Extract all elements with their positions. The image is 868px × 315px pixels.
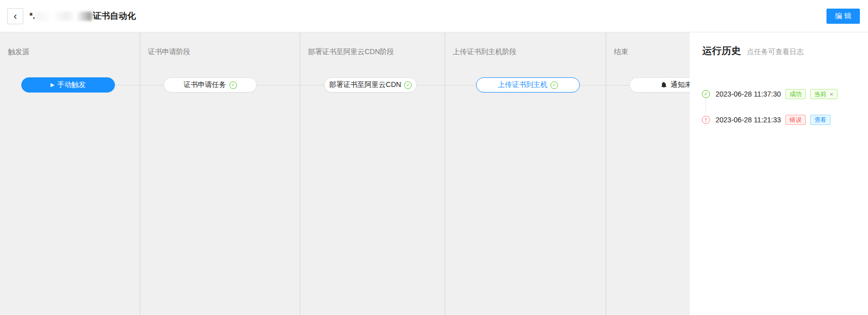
node-cert-apply-task[interactable]: 证书申请任务 ✓ <box>164 77 257 93</box>
run-entry-error[interactable]: ! 2023-06-28 11:21:33 错误 查看 <box>702 113 866 127</box>
node-label: 上传证书到主机 <box>498 80 547 89</box>
bell-icon <box>660 81 667 88</box>
node-manual-trigger[interactable]: ▶ 手动触发 <box>21 77 115 93</box>
column-header-deploy-cdn: 部署证书至阿里云CDN阶段 <box>308 48 394 57</box>
node-notify[interactable]: 通知未 <box>629 77 690 93</box>
run-entry-success[interactable]: ✓ 2023-06-28 11:37:30 成功 当前 × <box>702 87 866 101</box>
page-title: *. 证书自动化 <box>29 0 136 32</box>
check-circle-icon: ✓ <box>404 81 412 89</box>
error-exclamation-icon: ! <box>702 116 710 124</box>
node-deploy-cdn[interactable]: 部署证书至阿里云CDN ✓ <box>324 77 417 93</box>
run-history-subtitle: 点任务可查看日志 <box>747 48 804 57</box>
run-history-panel: 运行历史 点任务可查看日志 ✓ 2023-06-28 11:37:30 成功 当… <box>690 32 868 315</box>
column-header-apply: 证书申请阶段 <box>148 48 190 57</box>
node-label: 证书申请任务 <box>184 80 226 89</box>
back-button[interactable]: ‹ <box>7 8 23 24</box>
redacted-domain-blur <box>35 12 92 21</box>
column-divider <box>140 32 140 315</box>
run-history-header: 运行历史 点任务可查看日志 <box>702 44 804 58</box>
run-history-title: 运行历史 <box>702 44 741 58</box>
check-circle-icon: ✓ <box>550 81 558 89</box>
node-label: 通知未 <box>670 80 690 89</box>
page-title-suffix: 证书自动化 <box>93 10 136 22</box>
edit-button[interactable]: 编 辑 <box>826 9 860 24</box>
run-timestamp: 2023-06-28 11:21:33 <box>716 116 781 124</box>
run-timestamp: 2023-06-28 11:37:30 <box>716 90 781 98</box>
column-header-upload-host: 上传证书到主机阶段 <box>453 48 517 57</box>
page-title-prefix: *. <box>29 11 35 21</box>
close-icon[interactable]: × <box>830 91 834 98</box>
view-log-badge[interactable]: 查看 <box>810 115 831 125</box>
status-badge-error: 错误 <box>785 115 806 125</box>
column-header-end: 结束 <box>614 48 628 57</box>
node-label: 手动触发 <box>57 80 86 89</box>
success-check-icon: ✓ <box>702 90 710 98</box>
column-divider <box>300 32 300 315</box>
status-badge-current: 当前 × <box>810 89 838 99</box>
node-label: 部署证书至阿里云CDN <box>329 80 401 89</box>
pipeline-canvas: 触发源 证书申请阶段 部署证书至阿里云CDN阶段 上传证书到主机阶段 结束 ▶ … <box>0 32 690 315</box>
node-upload-host[interactable]: 上传证书到主机 ✓ <box>476 77 580 93</box>
top-bar: ‹ *. 证书自动化 编 辑 <box>0 0 868 32</box>
back-chevron-icon: ‹ <box>14 11 17 21</box>
column-header-trigger: 触发源 <box>8 48 29 57</box>
play-icon: ▶ <box>51 82 55 87</box>
column-divider <box>445 32 445 315</box>
column-divider <box>606 32 606 315</box>
check-circle-icon: ✓ <box>229 81 237 89</box>
status-badge-success: 成功 <box>785 89 806 99</box>
